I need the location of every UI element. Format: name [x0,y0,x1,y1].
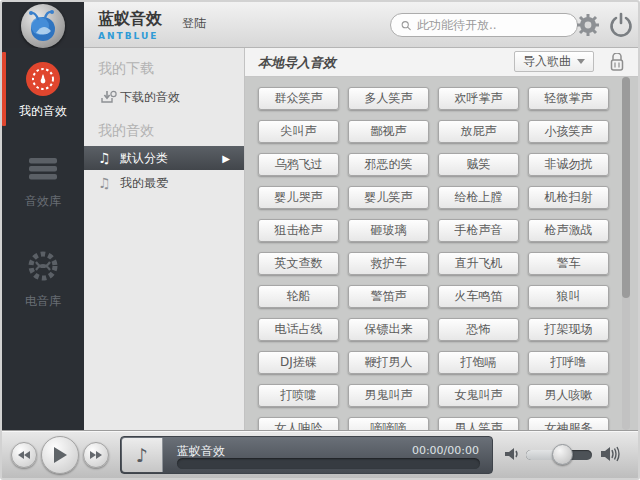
scrollbar-thumb[interactable] [622,77,630,298]
sound-effect-button[interactable]: 救护车 [348,252,429,275]
sound-effect-button[interactable]: 狼叫 [528,285,609,308]
sidebar-item-label: 电音库 [2,293,84,310]
sidebar-item-label: 我的音效 [2,103,84,120]
sound-effect-button[interactable]: 手枪声音 [438,219,519,242]
panel-item-favorites[interactable]: ♫ 我的最爱 [84,170,244,196]
panel-item-label: 我的最爱 [120,175,168,192]
search-icon [401,19,411,32]
sound-effect-button[interactable]: 保镖出来 [348,318,429,341]
search-box[interactable] [390,13,578,37]
panel-item-default-category[interactable]: ♫ 默认分类 ▶ [84,146,244,170]
player-bar: ♪ 蓝蚁音效 00:00/00:00 [2,430,638,478]
sound-effect-button[interactable]: 多人笑声 [348,87,429,110]
top-bar: 蓝蚁音效 ANTBLUE 登陆 [2,2,638,48]
sound-effect-button[interactable]: 砸玻璃 [348,219,429,242]
sound-effect-button[interactable]: 给枪上膛 [438,186,519,209]
sound-effect-button[interactable]: 轻微掌声 [528,87,609,110]
ant-logo [21,4,65,48]
volume-knob[interactable] [552,444,573,465]
panel-item-label: 下载的音效 [120,89,180,106]
sound-effect-button[interactable]: 火车鸣笛 [438,285,519,308]
app-subtitle: ANTBLUE [98,31,162,41]
volume-down-icon[interactable] [504,446,520,462]
sound-effect-button[interactable]: 鞭打男人 [348,351,429,374]
sound-effect-button[interactable]: 群众笑声 [258,87,339,110]
sound-effect-button[interactable]: 打呼噜 [528,351,609,374]
sidebar-item-my-sounds[interactable]: 我的音效 [2,48,84,130]
sound-effect-button[interactable]: 鄙视声 [348,120,429,143]
music-note-icon: ♫ [98,150,120,166]
sound-effect-button[interactable]: 打喷嚏 [258,384,339,407]
sound-effect-button[interactable]: 女鬼叫声 [438,384,519,407]
trash-icon[interactable] [608,53,626,72]
rewind-icon [17,450,31,460]
scrollbar-track[interactable] [622,77,630,430]
sound-grid: 群众笑声多人笑声欢呼掌声轻微掌声尖叫声鄙视声放屁声小孩笑声乌鸦飞过邪恶的笑贼笑非… [245,77,638,430]
sidebar: 我的音效 音效库 电音库 [2,48,84,430]
sound-effect-button[interactable]: 轮船 [258,285,339,308]
section-header-downloads: 我的下载 [84,48,244,84]
sound-grid-area: 群众笑声多人笑声欢呼掌声轻微掌声尖叫声鄙视声放屁声小孩笑声乌鸦飞过邪恶的笑贼笑非… [245,77,638,430]
sound-effect-button[interactable]: 放屁声 [438,120,519,143]
play-arrow-icon[interactable]: ▶ [222,153,230,164]
chevron-down-icon [577,59,585,64]
power-icon[interactable] [608,12,634,38]
progress-bar[interactable] [177,458,480,469]
play-icon [52,446,68,464]
sound-effect-button[interactable]: 恐怖 [438,318,519,341]
sound-effect-button[interactable]: 女神服务 [528,417,609,430]
app-title: 蓝蚁音效 [98,9,162,30]
sound-effect-button[interactable]: 打饱嗝 [438,351,519,374]
volume-up-icon[interactable] [600,444,622,464]
music-note-icon: ♫ [98,175,120,191]
sound-effect-button[interactable]: 直升飞机 [438,252,519,275]
app-title-block: 蓝蚁音效 ANTBLUE [98,9,162,41]
sound-effect-button[interactable]: 邪恶的笑 [348,153,429,176]
sound-effect-button[interactable]: 贼笑 [438,153,519,176]
sound-effect-button[interactable]: 打架现场 [528,318,609,341]
sound-effect-button[interactable]: 婴儿哭声 [258,186,339,209]
logo-container [2,2,84,48]
sound-effect-button[interactable]: 非诚勿扰 [528,153,609,176]
download-icon [98,90,120,104]
panel-item-downloaded-sounds[interactable]: 下载的音效 [84,84,244,110]
sound-effect-button[interactable]: 男人咳嗽 [528,384,609,407]
sound-effect-button[interactable]: 英文查数 [258,252,339,275]
play-button[interactable] [41,436,79,474]
fast-forward-icon [89,450,103,460]
panel-item-label: 默认分类 [120,150,168,167]
sound-effect-button[interactable]: 枪声激战 [528,219,609,242]
previous-button[interactable] [11,442,37,468]
sound-effect-button[interactable]: 乌鸦飞过 [258,153,339,176]
import-songs-label: 导入歌曲 [523,53,571,70]
gear-icon[interactable] [575,12,601,38]
sound-effect-button[interactable]: DJ搓碟 [258,351,339,374]
category-panel: 我的下载 下载的音效 我的音效 ♫ 默认分类 ▶ ♫ 我的最爱 [84,48,245,430]
main-area: 本地导入音效 导入歌曲 群众笑声多人笑声欢呼掌声轻微掌声尖叫声鄙视声放屁声小孩笑… [245,48,638,430]
search-input[interactable] [417,18,567,32]
track-panel: ♪ 蓝蚁音效 00:00/00:00 [120,436,493,474]
sidebar-item-sound-library[interactable]: 音效库 [2,142,84,220]
login-link[interactable]: 登陆 [182,15,206,32]
sound-effect-button[interactable]: 男鬼叫声 [348,384,429,407]
sound-effect-button[interactable]: 欢呼掌声 [438,87,519,110]
sound-effect-button[interactable]: 婴儿笑声 [348,186,429,209]
sound-effect-button[interactable]: 电话占线 [258,318,339,341]
sidebar-item-electro-library[interactable]: 电音库 [2,236,84,320]
sound-effect-button[interactable]: 警车 [528,252,609,275]
album-art: ♪ [122,438,163,472]
sound-effect-button[interactable]: 狙击枪声 [258,219,339,242]
import-songs-button[interactable]: 导入歌曲 [514,51,594,72]
track-time: 00:00/00:00 [412,444,479,457]
sidebar-item-label: 音效库 [2,193,84,210]
next-button[interactable] [83,442,109,468]
main-header: 本地导入音效 导入歌曲 [245,48,638,77]
sound-effect-button[interactable]: 警笛声 [348,285,429,308]
sound-effect-button[interactable]: 机枪扫射 [528,186,609,209]
list-icon [26,156,60,182]
sound-effect-button[interactable]: 女人呻吟 [258,417,339,430]
sound-effect-button[interactable]: 小孩笑声 [528,120,609,143]
sound-effect-button[interactable]: 尖叫声 [258,120,339,143]
sound-effect-button[interactable]: 嘀嘀嘀 [348,417,429,430]
sound-effect-button[interactable]: 男人笑声 [438,417,519,430]
